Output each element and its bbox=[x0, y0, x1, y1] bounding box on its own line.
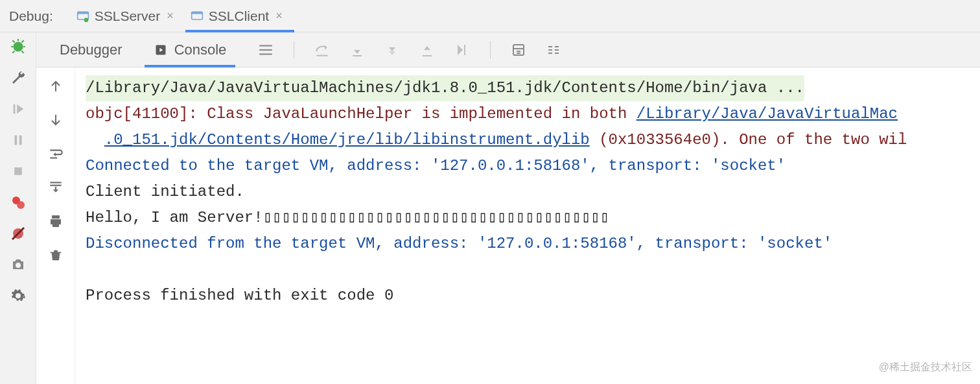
mute-breakpoints-icon[interactable] bbox=[9, 224, 27, 243]
toolbar-separator bbox=[294, 41, 294, 59]
close-icon[interactable]: × bbox=[167, 9, 174, 23]
console-body: /Library/Java/JavaVirtualMachines/jdk1.8… bbox=[36, 67, 980, 384]
tab-debugger[interactable]: Debugger bbox=[51, 32, 132, 67]
force-step-into-icon[interactable] bbox=[382, 40, 402, 60]
console-client-line: Client initiated. bbox=[86, 183, 244, 200]
run-tab-label: SSLClient bbox=[209, 8, 269, 24]
print-icon[interactable] bbox=[46, 211, 65, 231]
breakpoints-icon[interactable] bbox=[9, 193, 27, 211]
application-icon bbox=[76, 10, 89, 23]
toolbar-separator bbox=[490, 41, 491, 59]
svg-point-14 bbox=[16, 263, 21, 268]
svg-rect-6 bbox=[13, 104, 15, 114]
svg-rect-8 bbox=[19, 136, 21, 145]
debug-panel-body: Debugger Console bbox=[0, 32, 980, 384]
wrench-icon[interactable] bbox=[9, 69, 27, 87]
scroll-to-end-icon[interactable] bbox=[46, 178, 65, 197]
run-tab-label: SSLServer bbox=[95, 8, 161, 24]
console-hello-line: Hello, I am Server!▯▯▯▯▯▯▯▯▯▯▯▯▯▯▯▯▯▯▯▯▯… bbox=[86, 209, 609, 226]
trash-icon[interactable] bbox=[46, 245, 65, 265]
console-exit-line: Process finished with exit code 0 bbox=[86, 287, 393, 304]
run-to-cursor-icon[interactable] bbox=[452, 40, 472, 60]
down-arrow-icon[interactable] bbox=[46, 110, 65, 130]
step-into-icon[interactable] bbox=[347, 40, 367, 60]
bug-icon[interactable] bbox=[9, 38, 27, 56]
svg-rect-9 bbox=[14, 167, 22, 175]
evaluate-expression-icon[interactable] bbox=[509, 40, 528, 60]
trace-current-stream-chain-icon[interactable] bbox=[544, 40, 563, 60]
debug-label: Debug: bbox=[9, 8, 53, 24]
svg-rect-4 bbox=[191, 12, 202, 14]
show-execution-point-icon[interactable] bbox=[256, 40, 275, 60]
console-link[interactable]: .0_151.jdk/Contents/Home/jre/lib/libinst… bbox=[104, 131, 590, 149]
console-output[interactable]: /Library/Java/JavaVirtualMachines/jdk1.8… bbox=[75, 67, 980, 384]
svg-rect-7 bbox=[14, 136, 17, 145]
soft-wrap-icon[interactable] bbox=[46, 144, 65, 163]
console-actions-gutter bbox=[36, 67, 75, 384]
play-icon bbox=[154, 43, 168, 57]
console-command-line: /Library/Java/JavaVirtualMachines/jdk1.8… bbox=[86, 75, 804, 101]
close-icon[interactable]: × bbox=[275, 9, 283, 23]
inner-tab-label: Console bbox=[174, 42, 227, 58]
console-objc-line: objc[41100]: Class JavaLaunchHelper is i… bbox=[86, 105, 898, 123]
svg-point-5 bbox=[13, 42, 23, 51]
debug-actions-gutter bbox=[0, 32, 36, 384]
up-arrow-icon[interactable] bbox=[46, 77, 65, 96]
step-out-icon[interactable] bbox=[417, 40, 437, 60]
inner-tab-label: Debugger bbox=[60, 42, 122, 58]
console-vm-disconnect: Disconnected from the target VM, address… bbox=[86, 235, 832, 252]
svg-point-2 bbox=[84, 18, 88, 22]
stop-icon[interactable] bbox=[9, 162, 27, 180]
svg-point-11 bbox=[17, 201, 25, 209]
step-over-icon[interactable] bbox=[312, 40, 332, 60]
step-toolbar bbox=[256, 40, 563, 60]
resume-icon[interactable] bbox=[9, 100, 27, 118]
watermark: @稀土掘金技术社区 bbox=[879, 354, 972, 380]
camera-icon[interactable] bbox=[9, 256, 27, 274]
tab-console[interactable]: Console bbox=[145, 32, 236, 67]
run-tab-sslserver[interactable]: SSLServer × bbox=[71, 0, 185, 32]
debug-right-area: Debugger Console bbox=[36, 32, 980, 384]
inner-tab-bar: Debugger Console bbox=[36, 32, 980, 67]
console-vm-connect: Connected to the target VM, address: '12… bbox=[86, 157, 786, 174]
top-run-tabs-bar: Debug: SSLServer × SSLClient × bbox=[0, 0, 980, 32]
run-tab-sslclient[interactable]: SSLClient × bbox=[185, 0, 294, 32]
console-link[interactable]: /Library/Java/JavaVirtualMac bbox=[636, 105, 898, 123]
pause-icon[interactable] bbox=[9, 131, 27, 149]
settings-icon[interactable] bbox=[9, 287, 27, 305]
svg-rect-1 bbox=[77, 12, 88, 14]
console-objc-line-2: .0_151.jdk/Contents/Home/jre/lib/libinst… bbox=[86, 131, 907, 149]
application-icon bbox=[191, 10, 204, 23]
